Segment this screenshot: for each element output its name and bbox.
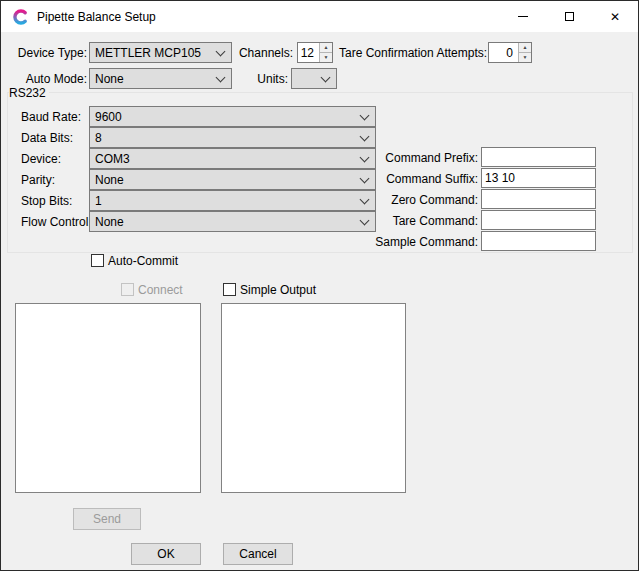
chevron-down-icon	[321, 73, 331, 83]
maximize-icon	[565, 12, 574, 21]
chevron-down-icon	[216, 47, 226, 57]
units-select[interactable]	[291, 68, 337, 89]
spin-up-icon[interactable]: ▲	[319, 43, 332, 53]
device-select[interactable]: COM3	[89, 148, 376, 169]
command-suffix-label: Command Suffix:	[361, 172, 478, 186]
auto-mode-label: Auto Mode:	[11, 72, 87, 86]
baud-rate-select[interactable]: 9600	[89, 106, 376, 127]
zero-command-label: Zero Command:	[361, 193, 478, 207]
parity-label: Parity:	[21, 173, 55, 187]
flow-control-select[interactable]: None	[89, 211, 376, 232]
device-label: Device:	[21, 152, 61, 166]
channels-label: Channels:	[235, 46, 293, 60]
command-suffix-input[interactable]	[481, 168, 596, 188]
pipette-balance-setup-window: Pipette Balance Setup ✕ Device Type: MET…	[0, 0, 639, 571]
connect-checkbox	[121, 283, 134, 296]
simple-output-label: Simple Output	[240, 283, 316, 297]
data-bits-label: Data Bits:	[21, 131, 73, 145]
device-type-select[interactable]: METTLER MCP105	[89, 42, 232, 63]
channels-stepper[interactable]: 12 ▲ ▼	[297, 42, 333, 63]
sample-command-input[interactable]	[481, 231, 596, 251]
tare-command-input[interactable]	[481, 210, 596, 230]
tare-attempts-stepper[interactable]: 0 ▲ ▼	[488, 42, 532, 63]
flow-control-label: Flow Control:	[21, 215, 92, 229]
connect-label: Connect	[138, 283, 183, 297]
chevron-down-icon	[216, 73, 226, 83]
baud-rate-label: Baud Rate:	[21, 110, 81, 124]
tare-command-label: Tare Command:	[361, 214, 478, 228]
minimize-icon	[518, 16, 528, 17]
spin-up-icon[interactable]: ▲	[518, 43, 531, 53]
output-list-panel[interactable]	[221, 303, 406, 493]
rs232-group-label: RS232	[9, 86, 49, 100]
parity-select[interactable]: None	[89, 169, 376, 190]
device-type-label: Device Type:	[11, 46, 87, 60]
auto-mode-select[interactable]: None	[89, 68, 232, 89]
device-list-panel[interactable]	[15, 303, 201, 493]
titlebar: Pipette Balance Setup ✕	[1, 1, 638, 32]
minimize-button[interactable]	[500, 1, 546, 32]
stop-bits-select[interactable]: 1	[89, 190, 376, 211]
command-prefix-label: Command Prefix:	[361, 151, 478, 165]
sample-command-label: Sample Command:	[361, 235, 478, 249]
command-prefix-input[interactable]	[481, 147, 596, 167]
app-logo-icon	[12, 8, 30, 26]
simple-output-checkbox[interactable]	[223, 283, 236, 296]
cancel-button[interactable]: Cancel	[223, 543, 293, 565]
chevron-down-icon	[360, 111, 370, 121]
tare-attempts-label: Tare Confirmation Attempts:	[339, 46, 484, 60]
window-title: Pipette Balance Setup	[37, 10, 156, 24]
close-icon: ✕	[610, 11, 620, 23]
units-label: Units:	[241, 72, 288, 86]
spin-down-icon[interactable]: ▼	[518, 53, 531, 63]
close-button[interactable]: ✕	[592, 1, 638, 32]
ok-button[interactable]: OK	[131, 543, 201, 565]
auto-commit-label: Auto-Commit	[108, 254, 178, 268]
send-button: Send	[73, 508, 141, 530]
chevron-down-icon	[360, 132, 370, 142]
auto-commit-checkbox[interactable]	[91, 254, 104, 267]
zero-command-input[interactable]	[481, 189, 596, 209]
data-bits-select[interactable]: 8	[89, 127, 376, 148]
maximize-button[interactable]	[546, 1, 592, 32]
stop-bits-label: Stop Bits:	[21, 194, 72, 208]
spin-down-icon[interactable]: ▼	[319, 53, 332, 63]
